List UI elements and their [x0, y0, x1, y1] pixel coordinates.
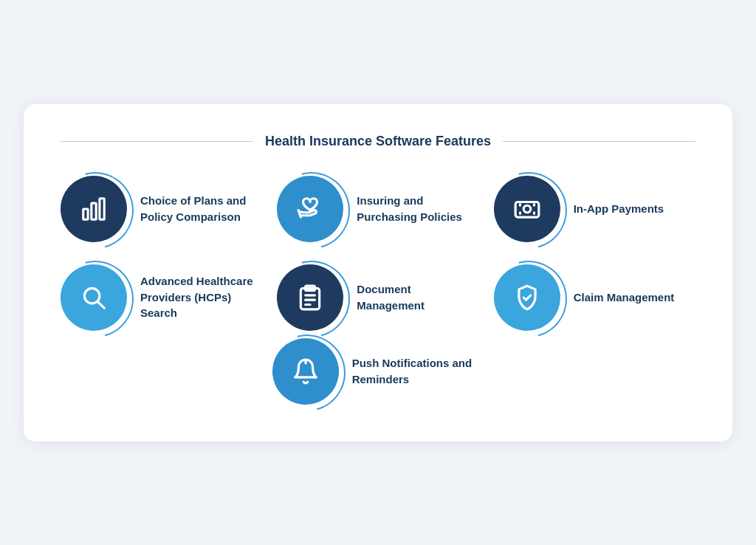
svg-line-6 — [98, 301, 105, 308]
icon-wrap-advanced-healthcare — [61, 264, 127, 331]
icon-circle-in-app-payments — [494, 176, 560, 242]
feature-label-claim-management: Claim Management — [574, 289, 675, 306]
feature-label-advanced-healthcare: Advanced Healthcare Providers (HCPs) Sea… — [140, 273, 262, 321]
icon-wrap-insuring-purchasing — [277, 176, 343, 242]
icon-wrap-document-management — [277, 264, 343, 331]
title-line-right — [503, 141, 695, 142]
icon-circle-push-notifications — [272, 338, 339, 405]
svg-rect-8 — [301, 288, 320, 309]
features-grid-top: Choice of Plans and Policy ComparisonIns… — [61, 176, 695, 331]
icon-circle-insuring-purchasing — [277, 176, 343, 242]
icon-circle-document-management — [277, 264, 343, 331]
feature-label-push-notifications: Push Notifications and Reminders — [352, 355, 484, 388]
svg-rect-7 — [306, 286, 315, 290]
feature-item-advanced-healthcare: Advanced Healthcare Providers (HCPs) Sea… — [61, 264, 262, 331]
icon-wrap-claim-management — [494, 264, 560, 331]
svg-point-5 — [84, 288, 100, 304]
icon-circle-advanced-healthcare — [61, 264, 127, 331]
feature-item-claim-management: Claim Management — [494, 264, 695, 331]
feature-item-in-app-payments: In-App Payments — [494, 176, 695, 242]
feature-item-insuring-purchasing: Insuring and Purchasing Policies — [277, 176, 478, 242]
feature-label-choice-plans: Choice of Plans and Policy Comparison — [140, 193, 262, 225]
feature-label-in-app-payments: In-App Payments — [574, 201, 664, 217]
svg-point-4 — [523, 205, 531, 213]
title-section: Health Insurance Software Features — [61, 134, 695, 149]
feature-label-insuring-purchasing: Insuring and Purchasing Policies — [357, 193, 478, 225]
feature-item-choice-plans: Choice of Plans and Policy Comparison — [61, 176, 262, 242]
icon-wrap-choice-plans — [61, 176, 127, 242]
svg-rect-0 — [83, 209, 88, 219]
icon-wrap-push-notifications — [272, 338, 339, 405]
icon-circle-choice-plans — [61, 176, 127, 242]
svg-rect-3 — [515, 202, 539, 217]
main-card: Health Insurance Software Features Choic… — [24, 104, 732, 442]
feature-label-document-management: Document Management — [357, 281, 478, 314]
feature-item-document-management: Document Management — [277, 264, 478, 331]
feature-item-push-notifications: Push Notifications and Reminders — [272, 338, 484, 405]
page-title: Health Insurance Software Features — [253, 134, 503, 149]
icon-circle-claim-management — [494, 264, 560, 331]
features-bottom-row: Push Notifications and Reminders — [61, 338, 695, 405]
title-line-left — [61, 141, 253, 142]
icon-wrap-in-app-payments — [494, 176, 560, 242]
svg-rect-1 — [92, 203, 96, 219]
svg-rect-2 — [100, 198, 104, 219]
